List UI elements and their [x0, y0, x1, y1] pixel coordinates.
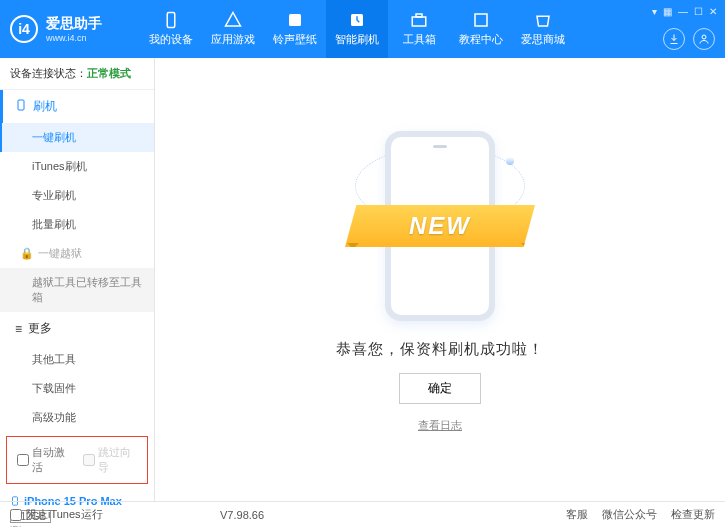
section-flash[interactable]: 刷机 — [0, 90, 154, 123]
connection-status: 设备连接状态：正常模式 — [0, 58, 154, 90]
nav-ringtones[interactable]: 铃声壁纸 — [264, 0, 326, 58]
sidebar-itunes-flash[interactable]: iTunes刷机 — [0, 152, 154, 181]
flash-icon — [348, 11, 366, 29]
sidebar-advanced[interactable]: 高级功能 — [0, 403, 154, 432]
nav-my-device[interactable]: 我的设备 — [140, 0, 202, 58]
grid-icon[interactable]: ▦ — [663, 6, 672, 17]
logo-icon: i4 — [10, 15, 38, 43]
svg-rect-4 — [416, 14, 422, 17]
nav-label: 我的设备 — [149, 32, 193, 47]
check-update-link[interactable]: 检查更新 — [671, 507, 715, 522]
nav-store[interactable]: 爱思商城 — [512, 0, 574, 58]
svg-rect-7 — [18, 100, 24, 110]
minimize-icon[interactable]: — — [678, 6, 688, 17]
nav-apps[interactable]: 应用游戏 — [202, 0, 264, 58]
list-icon: ≡ — [15, 322, 22, 336]
lock-icon: 🔒 — [20, 247, 34, 260]
app-name: 爱思助手 — [46, 15, 102, 33]
apps-icon — [224, 11, 242, 29]
wechat-link[interactable]: 微信公众号 — [602, 507, 657, 522]
nav-label: 工具箱 — [403, 32, 436, 47]
toolbox-icon — [410, 11, 428, 29]
svg-rect-0 — [167, 13, 175, 28]
new-ribbon: NEW — [345, 205, 535, 247]
section-more[interactable]: ≡ 更多 — [0, 312, 154, 345]
sidebar-jailbreak: 🔒一键越狱 — [0, 239, 154, 268]
maximize-icon[interactable]: ☐ — [694, 6, 703, 17]
sidebar: 设备连接状态：正常模式 刷机 一键刷机 iTunes刷机 专业刷机 批量刷机 🔒… — [0, 58, 155, 501]
svg-rect-5 — [475, 14, 487, 26]
ok-button[interactable]: 确定 — [399, 373, 481, 404]
sidebar-jailbreak-moved[interactable]: 越狱工具已转移至工具箱 — [0, 268, 154, 312]
top-nav: 我的设备 应用游戏 铃声壁纸 智能刷机 工具箱 教程中心 爱思商城 — [140, 0, 574, 58]
svg-point-6 — [702, 35, 706, 39]
success-message: 恭喜您，保资料刷机成功啦！ — [336, 340, 544, 359]
store-icon — [534, 11, 552, 29]
sidebar-other-tools[interactable]: 其他工具 — [0, 345, 154, 374]
sidebar-onekey-flash[interactable]: 一键刷机 — [0, 123, 154, 152]
skip-guide-checkbox[interactable]: 跳过向导 — [83, 445, 137, 475]
auto-activate-checkbox[interactable]: 自动激活 — [17, 445, 71, 475]
nav-label: 应用游戏 — [211, 32, 255, 47]
nav-label: 教程中心 — [459, 32, 503, 47]
status-mode: 正常模式 — [87, 67, 131, 79]
main-content: NEW 恭喜您，保资料刷机成功啦！ 确定 查看日志 — [155, 58, 725, 501]
svg-rect-3 — [412, 17, 426, 26]
nav-label: 爱思商城 — [521, 32, 565, 47]
section-title: 刷机 — [33, 98, 57, 115]
tutorial-icon — [472, 11, 490, 29]
nav-label: 智能刷机 — [335, 32, 379, 47]
phone-icon — [15, 98, 27, 115]
options-box: 自动激活 跳过向导 — [6, 436, 148, 484]
svg-rect-1 — [289, 14, 301, 26]
view-log-link[interactable]: 查看日志 — [418, 418, 462, 433]
user-button[interactable] — [693, 28, 715, 50]
status-label: 设备连接状态： — [10, 67, 87, 79]
window-controls: ▾ ▦ — ☐ ✕ — [652, 6, 717, 17]
footer: 阻止iTunes运行 V7.98.66 客服 微信公众号 检查更新 — [0, 501, 725, 527]
block-itunes-checkbox[interactable]: 阻止iTunes运行 — [10, 507, 103, 522]
ringtone-icon — [286, 11, 304, 29]
section-title: 更多 — [28, 320, 52, 337]
nav-flash[interactable]: 智能刷机 — [326, 0, 388, 58]
app-url: www.i4.cn — [46, 33, 102, 43]
menu-icon[interactable]: ▾ — [652, 6, 657, 17]
sidebar-pro-flash[interactable]: 专业刷机 — [0, 181, 154, 210]
sidebar-download-fw[interactable]: 下载固件 — [0, 374, 154, 403]
close-icon[interactable]: ✕ — [709, 6, 717, 17]
download-button[interactable] — [663, 28, 685, 50]
version-label: V7.98.66 — [220, 509, 264, 521]
nav-tutorials[interactable]: 教程中心 — [450, 0, 512, 58]
nav-toolbox[interactable]: 工具箱 — [388, 0, 450, 58]
nav-label: 铃声壁纸 — [273, 32, 317, 47]
logo-area: i4 爱思助手 www.i4.cn — [10, 15, 140, 43]
support-link[interactable]: 客服 — [566, 507, 588, 522]
device-icon — [162, 11, 180, 29]
sidebar-batch-flash[interactable]: 批量刷机 — [0, 210, 154, 239]
header: i4 爱思助手 www.i4.cn 我的设备 应用游戏 铃声壁纸 智能刷机 工具… — [0, 0, 725, 58]
success-illustration: NEW — [350, 126, 530, 326]
